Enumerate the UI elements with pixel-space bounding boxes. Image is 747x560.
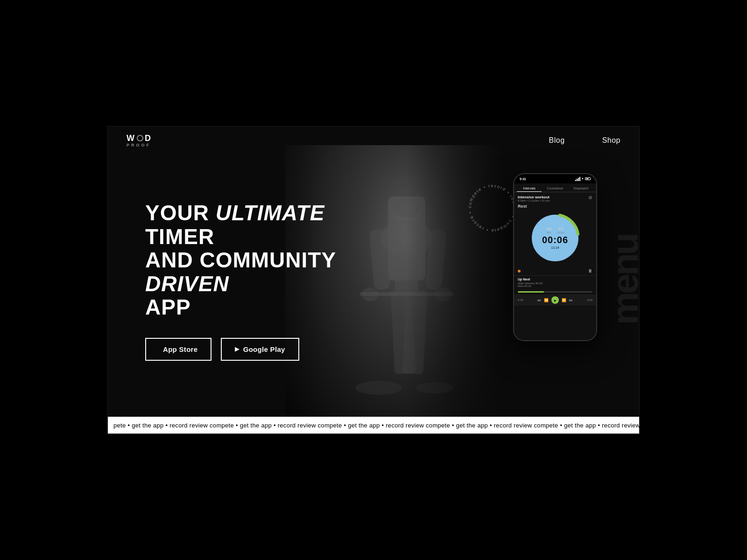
hero-title-italic2: DRIVEN — [145, 272, 229, 296]
logo-subtitle: PROOF — [127, 143, 152, 147]
signal-bar-4 — [579, 177, 580, 181]
prev-button[interactable]: ⏮ — [537, 298, 541, 302]
logo-w: W — [127, 134, 135, 142]
workout-header: Intensive workout 8 Sets • 2 Cycles • 15… — [514, 192, 596, 203]
sets-value: 3/8 — [546, 227, 551, 231]
appstore-button[interactable]: App Store — [145, 338, 211, 361]
ticker-track: pete • get the app • record review compe… — [108, 422, 639, 429]
phone-status-bar: 9:41 ▾ — [514, 174, 596, 183]
pause-button[interactable]: ⏸ — [588, 268, 592, 273]
hero-title-line3: APP — [145, 295, 191, 319]
tab-stopwatch[interactable]: Stopwatch — [569, 185, 593, 192]
nav-blog[interactable]: Blog — [549, 136, 565, 145]
cycles-label: Cycles — [557, 231, 564, 234]
sets-stat: 3/8 Sets — [546, 227, 551, 234]
hero-content: YOUR ULTIMATE TIMER AND COMMUNITY DRIVEN… — [145, 201, 341, 361]
ticker-wrapper: pete • get the app • record review compe… — [108, 417, 639, 434]
timer-inner: 3/8 Sets 3/3 Cycles 00:06 11:14 — [542, 227, 568, 249]
mini-player: 5:38 ⏮ ⏪ ⏩ ⏭ 0:00 — [514, 294, 596, 306]
timer-container: 3/8 Sets 3/3 Cycles 00:06 11:14 — [514, 210, 596, 266]
progress-fill — [518, 291, 544, 293]
appstore-label: App Store — [163, 345, 197, 353]
up-next-item-2: Rest 00:20 — [518, 285, 592, 287]
timer-circle: 3/8 Sets 3/3 Cycles 00:06 11:14 — [529, 212, 581, 264]
logo-circle-icon — [137, 135, 143, 141]
ticker-text-1: pete • get the app • record review compe… — [108, 422, 639, 429]
hero-title-line1: YOUR ULTIMATE TIMER — [145, 201, 324, 249]
hero-title: YOUR ULTIMATE TIMER AND COMMUNITY DRIVEN… — [145, 201, 341, 319]
signal-bar-3 — [578, 178, 579, 181]
hero-title-line2: AND COMMUNITY DRIVEN — [145, 248, 336, 296]
logo-top: W D — [127, 134, 152, 142]
header: W D PROOF Blog Shop — [108, 126, 639, 154]
googleplay-label: Google Play — [243, 345, 285, 353]
phone-mockup: 9:41 ▾ Intervals Countdown Stopwatch — [513, 173, 597, 341]
nav-shop[interactable]: Shop — [602, 136, 620, 145]
signal-bar-2 — [577, 179, 578, 181]
phone-status-icons: ▾ — [575, 177, 591, 181]
timer-display: 00:06 — [542, 235, 568, 245]
battery-fill — [586, 178, 589, 179]
skip-back-button[interactable]: ⏪ — [544, 298, 549, 302]
main-nav: Blog Shop — [549, 136, 620, 145]
workout-title: Intensive workout — [518, 195, 550, 199]
menu-vertical-text: menu — [611, 126, 639, 434]
up-next-title: Up Next — [518, 278, 592, 281]
battery-icon — [585, 177, 591, 180]
phase-controls: ⏸ — [514, 266, 596, 275]
mini-time-left: 5:38 — [518, 299, 523, 301]
page-wrapper: W D PROOF Blog Shop — [107, 126, 640, 434]
progress-bar — [518, 291, 592, 293]
tab-intervals[interactable]: Intervals — [517, 185, 542, 192]
phase-dot-orange — [518, 270, 521, 273]
circular-text-content: compete • record • review • compete • re… — [467, 183, 517, 233]
app-tabs: Intervals Countdown Stopwatch — [514, 183, 596, 192]
mini-time-right: 0:00 — [587, 299, 592, 301]
mini-controls: ⏮ ⏪ ⏩ ⏭ — [537, 296, 573, 304]
phone-screen: Intervals Countdown Stopwatch Intensive … — [514, 183, 596, 340]
settings-icon[interactable]: ⚙ — [588, 195, 592, 200]
phone-time: 9:41 — [520, 177, 526, 181]
circular-text-decoration: compete • record • review • compete • re… — [462, 178, 518, 234]
logo: W D PROOF — [127, 134, 152, 147]
svg-point-11 — [355, 381, 402, 395]
logo-d: D — [145, 134, 152, 142]
signal-icon — [575, 177, 580, 181]
next-button[interactable]: ⏭ — [569, 298, 573, 302]
up-next-section: Up Next High Intensity 00:30 Rest 00:20 — [514, 275, 596, 289]
hero-title-italic1: ULTIMATE — [216, 201, 325, 225]
skip-forward-button[interactable]: ⏩ — [562, 298, 566, 302]
workout-info: Intensive workout 8 Sets • 2 Cycles • 15… — [518, 195, 550, 202]
googleplay-button[interactable]: ▶ Google Play — [221, 338, 299, 361]
cycles-stat: 3/3 Cycles — [557, 227, 564, 234]
timer-sub: 11:14 — [542, 246, 568, 249]
signal-bar-1 — [575, 180, 576, 181]
play-button[interactable] — [551, 296, 559, 304]
menu-text: menu — [611, 235, 639, 325]
sets-label: Sets — [546, 231, 551, 234]
cycles-value: 3/3 — [557, 227, 564, 231]
cta-buttons: App Store ▶ Google Play — [145, 338, 341, 361]
wifi-icon: ▾ — [582, 177, 584, 181]
tab-countdown[interactable]: Countdown — [543, 185, 567, 192]
workout-meta: 8 Sets • 2 Cycles • 15 min — [518, 199, 550, 202]
phase-label: Rest — [514, 203, 596, 210]
timer-stats-row: 3/8 Sets 3/3 Cycles — [542, 227, 568, 234]
play-icon: ▶ — [235, 346, 239, 352]
